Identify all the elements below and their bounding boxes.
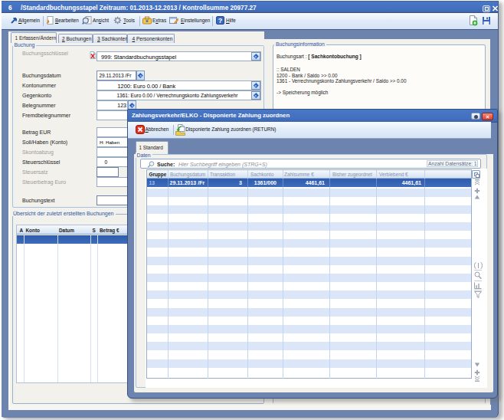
svg-text:?: ? (218, 17, 223, 25)
